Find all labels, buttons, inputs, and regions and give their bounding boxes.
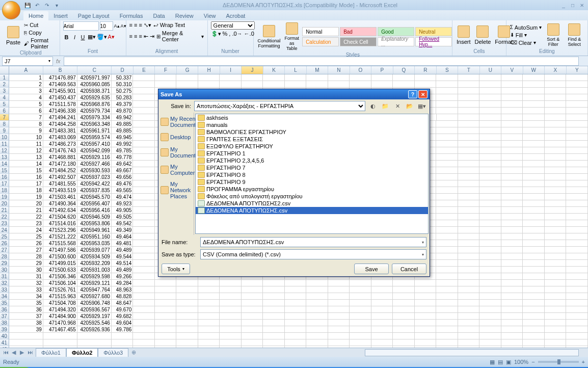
row-header[interactable]: 16 <box>0 174 9 180</box>
cell[interactable]: 49.785 <box>112 147 133 154</box>
cell[interactable]: 4205932.209 <box>77 260 112 267</box>
cell[interactable] <box>501 233 523 240</box>
cell[interactable]: 4205971.997 <box>77 74 112 81</box>
cell[interactable] <box>501 141 523 147</box>
cell[interactable] <box>371 280 393 286</box>
cell[interactable]: 38 <box>9 320 43 326</box>
cell[interactable] <box>545 260 567 267</box>
cell[interactable] <box>501 300 523 306</box>
bold-button[interactable]: B <box>63 34 70 40</box>
row-header[interactable]: 33 <box>0 286 9 293</box>
row-header[interactable]: 20 <box>0 200 9 207</box>
cell[interactable] <box>458 227 480 233</box>
cell[interactable] <box>242 280 263 286</box>
cell[interactable] <box>436 207 458 214</box>
cell[interactable] <box>436 214 458 220</box>
decrease-font-icon[interactable]: A▾ <box>121 23 126 29</box>
cell[interactable] <box>220 339 242 346</box>
cell[interactable] <box>479 180 501 187</box>
cell[interactable] <box>479 81 501 88</box>
font-name-input[interactable] <box>63 21 99 31</box>
cell[interactable] <box>43 339 77 346</box>
column-header[interactable]: G <box>177 66 198 74</box>
cell[interactable] <box>566 108 588 114</box>
cell[interactable] <box>479 233 501 240</box>
cell[interactable]: 4205947.764 <box>77 286 112 293</box>
conditional-formatting-button[interactable]: Conditional Formatting <box>257 24 282 49</box>
cell[interactable] <box>328 339 350 346</box>
file-list[interactable]: askhseismanualsΒΑΘΜΟΛΟΓΙΕΣ ΕΡΓΑΣΤΗΡΙΟΥΓΡ… <box>195 114 429 234</box>
cell[interactable] <box>566 326 588 333</box>
column-header[interactable]: O <box>350 66 371 74</box>
cell[interactable] <box>545 233 567 240</box>
file-item[interactable]: ΔΕΔΟΜΕΝΑ ΑΠΟΤΥΠΩΣΗΣ.csv <box>196 207 428 214</box>
cell[interactable] <box>393 286 415 293</box>
cell[interactable]: 16 <box>9 174 43 180</box>
underline-button[interactable]: U <box>79 34 87 40</box>
row-header[interactable]: 28 <box>0 253 9 260</box>
cell[interactable] <box>371 293 393 300</box>
cell[interactable] <box>458 300 480 306</box>
cell[interactable] <box>350 313 371 320</box>
cell[interactable]: 471506.104 <box>43 280 77 286</box>
cell[interactable]: 11 <box>9 141 43 147</box>
cell[interactable] <box>220 326 242 333</box>
style-neutral[interactable]: Neutral <box>415 27 452 36</box>
cell[interactable] <box>306 326 328 333</box>
cell[interactable] <box>501 167 523 174</box>
cell[interactable]: 49.489 <box>112 247 133 253</box>
cell[interactable] <box>328 346 350 348</box>
cell[interactable] <box>545 194 567 200</box>
cell[interactable] <box>501 161 523 167</box>
cell[interactable] <box>458 260 480 267</box>
column-header[interactable]: U <box>480 66 501 74</box>
cell[interactable] <box>523 220 545 227</box>
folder-item[interactable]: ΕΡΓΑΣΤΗΡΙΟ 8 <box>196 171 428 178</box>
cell[interactable] <box>133 320 155 326</box>
cell[interactable] <box>263 74 285 81</box>
back-icon[interactable]: ◐ <box>368 101 378 111</box>
cell[interactable] <box>133 147 155 154</box>
cell[interactable] <box>523 313 545 320</box>
decrease-indent-icon[interactable]: ⇤ <box>144 33 148 40</box>
cell[interactable]: 32 <box>9 280 43 286</box>
cell[interactable]: 471515.568 <box>43 240 77 247</box>
cell[interactable] <box>285 286 307 293</box>
cell[interactable]: 4205929.121 <box>77 280 112 286</box>
comma-icon[interactable]: , <box>229 31 230 37</box>
cell[interactable] <box>133 167 155 174</box>
cell[interactable] <box>328 74 350 81</box>
cell[interactable]: 50.283 <box>112 94 133 101</box>
cell[interactable]: 4205946.509 <box>77 214 112 220</box>
cell[interactable] <box>436 134 458 141</box>
cell[interactable] <box>415 313 437 320</box>
cell[interactable] <box>523 326 545 333</box>
cell[interactable] <box>436 233 458 240</box>
cell[interactable] <box>566 194 588 200</box>
cell[interactable] <box>436 108 458 114</box>
cell[interactable] <box>566 273 588 280</box>
cell[interactable] <box>523 293 545 300</box>
cell[interactable] <box>220 333 242 339</box>
cell[interactable] <box>566 74 588 81</box>
align-top-icon[interactable]: ≡ <box>129 22 132 28</box>
cell[interactable] <box>176 320 198 326</box>
percent-icon[interactable]: % <box>223 31 228 37</box>
cell[interactable]: 15 <box>9 167 43 174</box>
increase-font-icon[interactable]: A▴ <box>114 23 120 29</box>
cell[interactable] <box>436 326 458 333</box>
cell[interactable] <box>220 81 242 88</box>
tab-data[interactable]: Data <box>148 11 170 20</box>
cell[interactable]: 49.923 <box>112 200 133 207</box>
cell[interactable] <box>393 346 415 348</box>
cell[interactable] <box>198 326 220 333</box>
cell[interactable] <box>566 154 588 161</box>
cell[interactable] <box>545 293 567 300</box>
new-folder-icon[interactable]: 📂 <box>405 101 414 111</box>
cell[interactable] <box>479 154 501 161</box>
cell[interactable] <box>393 81 415 88</box>
cell[interactable]: 5 <box>9 101 43 108</box>
cell[interactable] <box>371 346 393 348</box>
column-header[interactable]: A <box>9 66 43 74</box>
cell[interactable] <box>155 346 177 348</box>
